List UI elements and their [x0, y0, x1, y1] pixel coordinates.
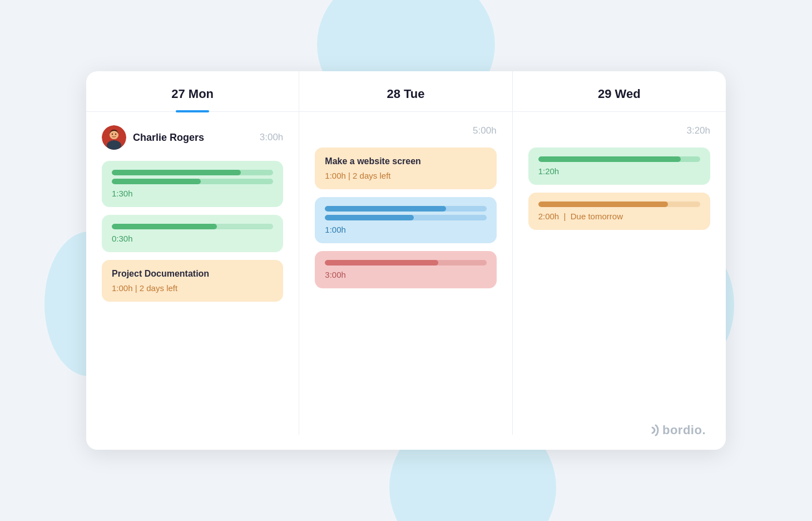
task-time-2: 0:30h — [112, 234, 273, 243]
progress-fill-tue-2b — [325, 215, 414, 220]
task-subtitle-wed-2: Due tomorrow — [571, 212, 623, 221]
progress-bar-fill — [112, 170, 241, 175]
task-card-tue-2[interactable]: 1:00h — [315, 197, 496, 243]
task-card-tue-3[interactable]: 3:00h — [315, 251, 496, 288]
task-title-mon-3: Project Documentation — [112, 269, 273, 279]
day-header-tue[interactable]: 28 Tue — [299, 71, 512, 111]
progress-bar-bg-3 — [112, 224, 273, 229]
brand-dot: . — [702, 423, 706, 437]
day-columns: Charlie Rogers 3:00h 1:30h — [86, 112, 726, 435]
task-time-wed-1: 1:20h — [538, 166, 700, 176]
progress-row-2 — [112, 224, 273, 229]
user-name: Charlie Rogers — [133, 132, 253, 144]
brand-name: bordio. — [662, 423, 706, 438]
progress-row-tue-3 — [325, 260, 486, 266]
progress-row — [112, 170, 273, 184]
bordio-icon — [647, 423, 659, 438]
svg-point-4 — [112, 134, 113, 135]
day-col-tue: 5:00h Make a website screen 1:00h | 2 da… — [299, 112, 512, 435]
progress-bar-fill-2 — [112, 179, 201, 184]
day-label-tue: 28 Tue — [387, 87, 424, 101]
day-label-wed: 29 Wed — [598, 87, 641, 101]
progress-fill-tue-3 — [325, 260, 438, 266]
task-time: 1:30h — [112, 189, 273, 198]
task-card-wed-2[interactable]: 2:00h | Due tomorrow — [528, 193, 710, 230]
svg-point-5 — [115, 134, 116, 135]
progress-fill-wed-2 — [538, 201, 668, 207]
wed-total-time: 3:20h — [686, 125, 710, 136]
progress-row-tue-2 — [325, 206, 486, 220]
progress-bar-bg-wed-2 — [538, 201, 700, 207]
user-total-time: 3:00h — [260, 132, 284, 143]
task-card-tue-1[interactable]: Make a website screen 1:00h | 2 days lef… — [315, 148, 496, 189]
tue-total-time: 5:00h — [473, 125, 497, 136]
day-col-mon: Charlie Rogers 3:00h 1:30h — [86, 112, 299, 435]
progress-bar-bg-tue-2a — [325, 206, 486, 212]
avatar — [102, 125, 126, 150]
task-card-mon-2[interactable]: 0:30h — [102, 215, 283, 252]
task-title-tue-1: Make a website screen — [325, 156, 486, 166]
progress-bar-bg-wed-1 — [538, 156, 700, 162]
progress-fill-tue-2a — [325, 206, 446, 212]
progress-bar-bg-tue-3 — [325, 260, 486, 266]
task-subtitle-tue-1: 1:00h | 2 days left — [325, 171, 486, 180]
progress-bar-fill-3 — [112, 224, 217, 229]
day-label-mon: 27 Mon — [171, 87, 214, 101]
task-subtitle-mon-3: 1:00h | 2 days left — [112, 283, 273, 293]
progress-bar-bg-2 — [112, 179, 273, 184]
wed-time-row: 3:20h — [528, 125, 710, 136]
task-time-wed-2: 2:00h | Due tomorrow — [538, 212, 700, 221]
task-time-tue-2: 1:00h — [325, 225, 486, 234]
task-card-mon-1[interactable]: 1:30h — [102, 161, 283, 207]
day-header-wed[interactable]: 29 Wed — [513, 71, 726, 111]
day-headers: 27 Mon 28 Tue 29 Wed — [86, 71, 726, 112]
progress-bar-bg-tue-2b — [325, 215, 486, 220]
task-time-tue-3: 3:00h — [325, 270, 486, 279]
bordio-logo: bordio. — [647, 423, 706, 438]
progress-row-wed-1 — [538, 156, 700, 162]
progress-bar-bg — [112, 170, 273, 175]
task-card-wed-1[interactable]: 1:20h — [528, 148, 710, 185]
user-row: Charlie Rogers 3:00h — [102, 125, 283, 150]
main-card: 27 Mon 28 Tue 29 Wed — [86, 71, 726, 450]
task-card-mon-3[interactable]: Project Documentation 1:00h | 2 days lef… — [102, 260, 283, 302]
day-header-mon[interactable]: 27 Mon — [86, 71, 299, 111]
progress-row-wed-2 — [538, 201, 700, 207]
tue-time-row: 5:00h — [315, 125, 496, 136]
progress-fill-wed-1 — [538, 156, 681, 162]
brand-name-text: bordio — [662, 423, 702, 437]
day-col-wed: 3:20h 1:20h 2:00h | Due tomorrow — [513, 112, 726, 435]
